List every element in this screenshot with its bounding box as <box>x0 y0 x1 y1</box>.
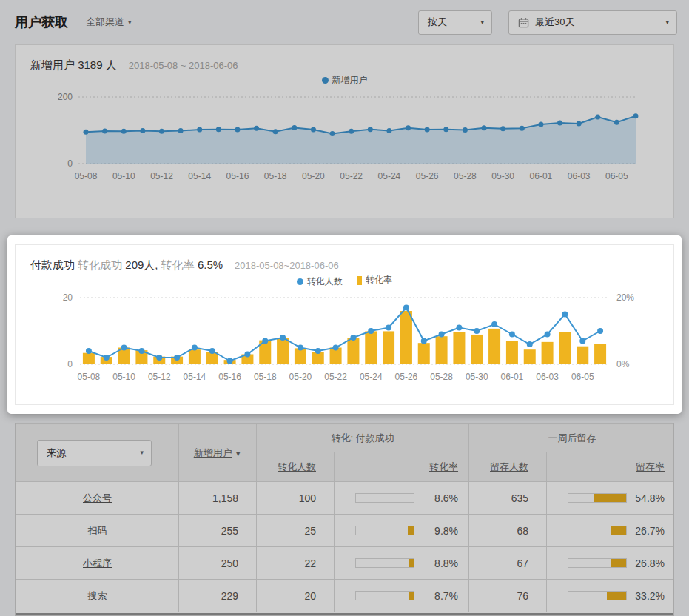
calendar-icon <box>518 17 529 28</box>
conv-count-column-header[interactable]: 转化人数 <box>257 452 335 482</box>
svg-text:05-10: 05-10 <box>112 372 135 382</box>
caret-down-icon: ▾ <box>140 449 144 456</box>
svg-text:0: 0 <box>67 359 73 369</box>
ret-rate-bar <box>568 493 627 503</box>
svg-text:05-30: 05-30 <box>466 372 488 382</box>
svg-text:05-28: 05-28 <box>430 372 453 382</box>
ret-rate-bar <box>568 558 627 568</box>
new-users-cell: 255 <box>179 515 257 547</box>
ret-count-cell: 67 <box>469 547 547 580</box>
ret-rate-cell: 33.2% <box>547 580 674 612</box>
ret-count-cell: 635 <box>469 482 547 515</box>
svg-text:05-30: 05-30 <box>491 171 514 181</box>
channel-filter-label: 全部渠道 <box>86 16 124 29</box>
conv-rate-cell: 8.7% <box>335 580 469 612</box>
svg-text:06-01: 06-01 <box>501 372 524 382</box>
svg-text:06-03: 06-03 <box>536 372 559 382</box>
ret-rate-bar <box>568 526 627 535</box>
source-select[interactable]: 来源 ▾ <box>37 440 152 466</box>
conversion-title: 付款成功 转化成功 209人, 转化率 6.5% <box>30 258 223 272</box>
ret-count-cell: 68 <box>469 515 547 547</box>
svg-text:200: 200 <box>58 92 73 102</box>
svg-text:05-18: 05-18 <box>254 372 277 382</box>
svg-text:0: 0 <box>67 158 73 169</box>
sort-desc-icon: ▼ <box>235 450 241 458</box>
legend-item-conv-count[interactable]: 转化人数 <box>297 275 343 288</box>
svg-text:05-26: 05-26 <box>395 372 418 382</box>
granularity-select-value: 按天 <box>428 16 447 29</box>
new-users-area-chart[interactable]: 200005-0805-1005-1205-1405-1605-1805-200… <box>16 90 673 201</box>
retention-group-header: 一周后留存 <box>469 424 674 452</box>
svg-text:05-08: 05-08 <box>75 171 98 181</box>
table-row: 搜索 229 20 8.7% 76 33.2% <box>16 580 675 612</box>
page-title: 用户获取 <box>15 13 68 31</box>
svg-text:05-20: 05-20 <box>289 372 312 382</box>
new-users-cell: 250 <box>179 547 257 580</box>
conversion-date-range: 2018-05-08~2018-06-06 <box>235 260 339 271</box>
svg-text:05-10: 05-10 <box>112 171 135 181</box>
svg-text:05-22: 05-22 <box>340 171 363 181</box>
svg-text:05-28: 05-28 <box>454 171 477 181</box>
table-row: 小程序 250 22 8.8% 67 26.8% <box>16 547 675 580</box>
svg-text:05-14: 05-14 <box>184 372 206 382</box>
legend-dot-icon <box>297 278 303 285</box>
svg-text:0%: 0% <box>616 359 630 369</box>
conv-rate-cell: 8.6% <box>335 482 469 515</box>
svg-text:05-12: 05-12 <box>150 171 173 181</box>
new-users-date-range: 2018-05-08 ~ 2018-06-06 <box>129 60 238 71</box>
conv-count-cell: 22 <box>257 547 335 580</box>
new-users-cell: 1,158 <box>179 482 257 515</box>
topbar: 用户获取 全部渠道 ▾ 按天 ▾ 最近30天 ▾ <box>0 0 689 44</box>
granularity-select[interactable]: 按天 ▾ <box>418 10 492 35</box>
new-users-column-header[interactable]: 新增用户 ▼ <box>179 424 257 482</box>
conversion-group-header: 转化: 付款成功 <box>257 424 469 452</box>
svg-text:06-05: 06-05 <box>605 171 628 181</box>
conversion-card: 付款成功 转化成功 209人, 转化率 6.5% 2018-05-08~2018… <box>15 244 674 405</box>
svg-text:20: 20 <box>63 292 73 303</box>
svg-text:05-22: 05-22 <box>324 372 347 382</box>
table-row: 扫码 255 25 9.8% 68 26.7% <box>16 515 675 547</box>
svg-text:05-16: 05-16 <box>226 171 249 181</box>
conversion-card-highlight: 付款成功 转化成功 209人, 转化率 6.5% 2018-05-08~2018… <box>7 235 682 414</box>
svg-text:05-20: 05-20 <box>302 171 325 181</box>
ret-rate-bar <box>568 591 627 600</box>
source-link-cell[interactable]: 公众号 <box>16 482 179 515</box>
legend-item-new-users[interactable]: 新增用户 <box>322 74 368 87</box>
source-link-cell[interactable]: 小程序 <box>16 547 179 580</box>
source-link-cell[interactable]: 扫码 <box>16 515 179 547</box>
svg-text:06-03: 06-03 <box>568 171 591 181</box>
svg-text:06-01: 06-01 <box>530 171 553 181</box>
conv-count-cell: 100 <box>257 482 335 515</box>
caret-down-icon: ▾ <box>665 19 669 26</box>
svg-text:05-26: 05-26 <box>416 171 439 181</box>
conv-rate-column-header[interactable]: 转化率 <box>335 452 469 482</box>
ret-count-column-header[interactable]: 留存人数 <box>469 452 547 482</box>
conv-rate-cell: 9.8% <box>335 515 469 547</box>
svg-text:05-18: 05-18 <box>264 171 287 181</box>
caret-down-icon: ▾ <box>128 19 132 26</box>
conv-rate-bar <box>355 526 414 535</box>
caret-down-icon: ▾ <box>480 19 484 26</box>
sources-table-container: 来源 ▾ 新增用户 ▼ 转化: 付款成功 一周后留存 转化人数 转化率 留存人数… <box>15 423 674 616</box>
svg-text:05-12: 05-12 <box>148 372 171 382</box>
svg-text:05-24: 05-24 <box>360 372 383 382</box>
date-range-select[interactable]: 最近30天 ▾ <box>508 10 677 35</box>
date-range-select-value: 最近30天 <box>535 16 574 29</box>
legend-dot-icon <box>322 77 329 84</box>
conversion-legend: 转化人数 转化率 <box>16 274 673 287</box>
conversion-card-header: 付款成功 转化成功 209人, 转化率 6.5% 2018-05-08~2018… <box>16 245 673 272</box>
source-select-value: 来源 <box>47 446 66 460</box>
conv-count-cell: 20 <box>257 580 335 612</box>
ret-rate-column-header[interactable]: 留存率 <box>547 452 674 482</box>
sources-table: 来源 ▾ 新增用户 ▼ 转化: 付款成功 一周后留存 转化人数 转化率 留存人数… <box>16 424 674 612</box>
svg-text:20%: 20% <box>616 292 634 303</box>
source-link-cell[interactable]: 搜索 <box>16 580 179 612</box>
ret-rate-cell: 26.8% <box>547 547 674 580</box>
conversion-combo-chart[interactable]: 20020%0%05-0805-1005-1205-1405-1605-1805… <box>16 290 668 386</box>
svg-text:05-16: 05-16 <box>218 372 241 382</box>
channel-filter-dropdown[interactable]: 全部渠道 ▾ <box>86 16 132 29</box>
ret-count-cell: 76 <box>469 580 547 612</box>
conv-rate-bar <box>355 591 414 600</box>
legend-item-conv-rate[interactable]: 转化率 <box>357 274 392 287</box>
svg-text:06-05: 06-05 <box>571 372 594 382</box>
